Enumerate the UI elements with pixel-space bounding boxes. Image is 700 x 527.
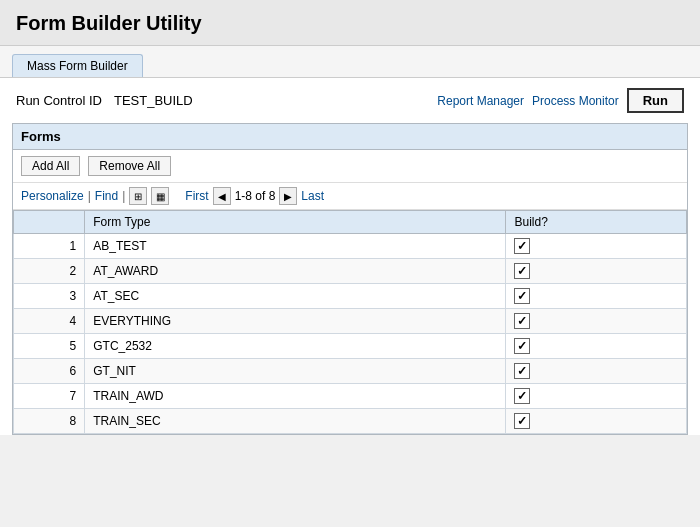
row-number: 1	[14, 234, 85, 259]
row-form-type: TRAIN_AWD	[85, 384, 506, 409]
row-form-type: AT_SEC	[85, 284, 506, 309]
row-form-type: TRAIN_SEC	[85, 409, 506, 434]
report-manager-link[interactable]: Report Manager	[437, 94, 524, 108]
row-form-type: EVERYTHING	[85, 309, 506, 334]
table-row: 2AT_AWARD	[14, 259, 687, 284]
run-control-left: Run Control ID TEST_BUILD	[16, 93, 193, 108]
forms-table: Form Type Build? 1AB_TEST2AT_AWARD3AT_SE…	[13, 210, 687, 434]
row-build-cell	[506, 359, 687, 384]
run-control-value: TEST_BUILD	[114, 93, 193, 108]
run-control-label: Run Control ID	[16, 93, 102, 108]
row-form-type: AB_TEST	[85, 234, 506, 259]
last-link[interactable]: Last	[301, 189, 324, 203]
row-number: 3	[14, 284, 85, 309]
controls-row: Run Control ID TEST_BUILD Report Manager…	[0, 78, 700, 123]
row-number: 4	[14, 309, 85, 334]
prev-icon[interactable]: ◀	[213, 187, 231, 205]
pagination-range: 1-8 of 8	[235, 189, 276, 203]
row-build-cell	[506, 234, 687, 259]
row-build-cell	[506, 309, 687, 334]
build-checkbox[interactable]	[514, 338, 530, 354]
tab-bar: Mass Form Builder	[0, 46, 700, 78]
controls-right: Report Manager Process Monitor Run	[437, 88, 684, 113]
first-link[interactable]: First	[185, 189, 208, 203]
run-button[interactable]: Run	[627, 88, 684, 113]
remove-all-button[interactable]: Remove All	[88, 156, 171, 176]
personalize-link[interactable]: Personalize	[21, 189, 84, 203]
find-link[interactable]: Find	[95, 189, 118, 203]
sep-2: |	[122, 189, 125, 203]
pagination-right: First ◀ 1-8 of 8 ▶ Last	[185, 187, 324, 205]
row-build-cell	[506, 259, 687, 284]
forms-toolbar: Add All Remove All	[13, 150, 687, 183]
tab-mass-form-builder[interactable]: Mass Form Builder	[12, 54, 143, 77]
add-all-button[interactable]: Add All	[21, 156, 80, 176]
row-build-cell	[506, 334, 687, 359]
build-checkbox[interactable]	[514, 263, 530, 279]
page-header: Form Builder Utility	[0, 0, 700, 46]
row-number: 5	[14, 334, 85, 359]
row-build-cell	[506, 409, 687, 434]
row-number: 7	[14, 384, 85, 409]
view-icon[interactable]: ⊞	[129, 187, 147, 205]
col-header-build: Build?	[506, 211, 687, 234]
col-header-num	[14, 211, 85, 234]
build-checkbox[interactable]	[514, 313, 530, 329]
process-monitor-link[interactable]: Process Monitor	[532, 94, 619, 108]
row-number: 8	[14, 409, 85, 434]
build-checkbox[interactable]	[514, 238, 530, 254]
table-row: 5GTC_2532	[14, 334, 687, 359]
row-form-type: AT_AWARD	[85, 259, 506, 284]
sep-1: |	[88, 189, 91, 203]
table-row: 6GT_NIT	[14, 359, 687, 384]
forms-section: Forms Add All Remove All Personalize | F…	[12, 123, 688, 435]
col-header-form-type: Form Type	[85, 211, 506, 234]
table-row: 4EVERYTHING	[14, 309, 687, 334]
build-checkbox[interactable]	[514, 288, 530, 304]
forms-header: Forms	[13, 124, 687, 150]
row-form-type: GT_NIT	[85, 359, 506, 384]
row-number: 6	[14, 359, 85, 384]
page-content: Mass Form Builder Run Control ID TEST_BU…	[0, 46, 700, 435]
build-checkbox[interactable]	[514, 413, 530, 429]
page-title: Form Builder Utility	[16, 12, 202, 34]
row-form-type: GTC_2532	[85, 334, 506, 359]
table-row: 3AT_SEC	[14, 284, 687, 309]
build-checkbox[interactable]	[514, 363, 530, 379]
build-checkbox[interactable]	[514, 388, 530, 404]
table-row: 7TRAIN_AWD	[14, 384, 687, 409]
pagination-bar: Personalize | Find | ⊞ ▦ First ◀ 1-8 of …	[13, 183, 687, 210]
row-number: 2	[14, 259, 85, 284]
next-icon[interactable]: ▶	[279, 187, 297, 205]
table-row: 8TRAIN_SEC	[14, 409, 687, 434]
grid-icon[interactable]: ▦	[151, 187, 169, 205]
row-build-cell	[506, 284, 687, 309]
table-row: 1AB_TEST	[14, 234, 687, 259]
row-build-cell	[506, 384, 687, 409]
